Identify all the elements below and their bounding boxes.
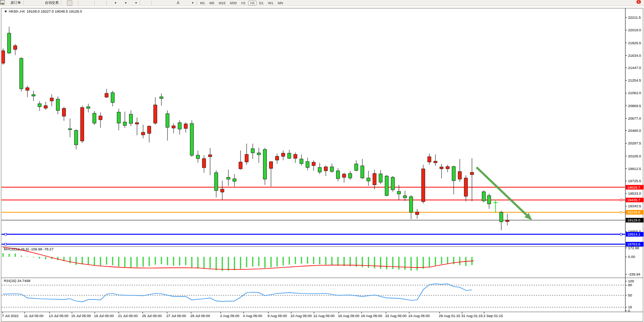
candle-body: [50, 98, 54, 101]
time-tick-label: 11 Jul 05:00: [24, 314, 43, 318]
candle-body: [324, 167, 328, 171]
chart-window-title: HK50-,H4 19108.0 19227.0 19048.5 19129.0: [5, 9, 82, 13]
price-tick-label: 21254.5: [628, 78, 641, 82]
price-tick-label: 20105.0: [628, 154, 641, 158]
candle-body: [251, 149, 255, 153]
rsi-tick-label: 80: [628, 283, 632, 287]
candle-body: [294, 154, 297, 158]
price-tick-label: 21062.0: [628, 91, 641, 95]
line-handle[interactable]: [620, 233, 622, 235]
candle-body: [403, 195, 407, 198]
macd-label: MACD(12,26,9) -159.98 -78.27: [4, 247, 53, 251]
candle-body: [160, 97, 163, 98]
line-handle[interactable]: [620, 199, 622, 201]
candle-body: [75, 130, 78, 145]
candle-body: [209, 155, 212, 157]
candle-body: [2, 51, 5, 63]
candle-body: [8, 33, 11, 53]
line-handle[interactable]: [5, 233, 7, 235]
candle-body: [69, 129, 72, 130]
time-tick-label: 29 Jul 05:00: [190, 314, 210, 318]
candle-body: [263, 149, 267, 179]
price-tag-label: 19248.8: [627, 210, 640, 214]
candle-body: [464, 178, 468, 196]
price-tick-label: 20869.5: [628, 104, 641, 108]
time-tick-label: 18 Aug 05:00: [361, 314, 382, 318]
candle-body: [129, 114, 133, 123]
rsi-tick-label: 0: [628, 309, 630, 313]
candle-body: [166, 114, 169, 127]
line-handle[interactable]: [620, 211, 622, 213]
candle-body: [506, 220, 509, 222]
chart-canvas[interactable]: 22211.522019.021826.521634.021447.021254…: [0, 0, 644, 322]
time-tick-label: 31 Aug 01:15: [461, 314, 483, 318]
window-collapse-icon[interactable]: [5, 11, 7, 13]
candle-body: [105, 93, 108, 97]
candle-body: [154, 105, 157, 123]
price-axis: 22211.522019.021826.521634.021447.021254…: [625, 15, 644, 247]
candle-body: [26, 88, 29, 90]
candle-body: [135, 123, 139, 124]
chart-window-frame: [1, 8, 643, 322]
candle-body: [312, 162, 316, 166]
candle-body: [318, 168, 322, 172]
candle-body: [500, 212, 503, 222]
candle-body: [257, 153, 261, 155]
candle-body: [276, 156, 279, 160]
time-tick-label: 22 Aug 05:00: [385, 314, 406, 318]
candle-body: [227, 177, 230, 179]
trend-arrow[interactable]: [477, 167, 527, 215]
time-tick-label: 15 Jul 05:00: [71, 314, 91, 318]
price-tick-label: 19725.5: [628, 179, 641, 183]
rsi-panel: 1008050150RSI(15) 34.7468: [2, 279, 634, 313]
candle-body: [87, 107, 90, 108]
rsi-label: RSI(15) 34.7468: [4, 279, 30, 283]
candle-body: [111, 93, 115, 103]
mt4-terminal: { "toolbar": { "new_order_label": "新订单",…: [0, 0, 644, 322]
candle-body: [184, 124, 188, 128]
candle-body: [330, 167, 334, 171]
time-tick-label: 10 Aug 05:00: [290, 314, 312, 318]
candle-body: [446, 167, 450, 169]
candle-body: [300, 159, 303, 163]
candle-body: [81, 107, 84, 141]
price-tag-label: 19129.0: [627, 218, 640, 222]
candle-body: [434, 161, 437, 163]
macd-tick-label: 0.00: [628, 255, 635, 259]
time-tick-label: 19 Jul 05:00: [94, 314, 114, 318]
candle-body: [488, 195, 491, 204]
candle-body: [355, 164, 358, 170]
time-tick-label: 27 Jul 05:00: [166, 314, 186, 318]
candle-body: [99, 116, 102, 120]
candle-body: [397, 191, 401, 194]
candle-body: [196, 155, 200, 159]
candle-body: [172, 126, 175, 128]
candle-body: [385, 176, 389, 195]
candle-body: [373, 173, 376, 185]
candle-body: [416, 212, 419, 215]
candle-body: [349, 173, 352, 178]
candle-body: [410, 197, 413, 212]
candle-body: [269, 162, 273, 168]
line-handle[interactable]: [5, 243, 7, 245]
candle-body: [142, 132, 145, 135]
price-tick-label: 20297.5: [628, 141, 641, 145]
candle-body: [202, 159, 206, 168]
candle-body: [190, 123, 194, 155]
candle-body: [38, 104, 41, 107]
price-lines[interactable]: [2, 187, 625, 245]
candle-body: [458, 171, 462, 179]
candle-body: [20, 58, 23, 89]
macd-panel: 172.680.00-339.94MACD(12,26,9) -159.98 -…: [3, 246, 640, 276]
candle-body: [233, 179, 236, 181]
time-tick-label: 29 Aug 01:15: [439, 314, 460, 318]
candle-body: [14, 46, 17, 50]
time-tick-label: 7 Jul 2022: [2, 314, 19, 318]
rsi-line: [3, 284, 472, 302]
price-tick-label: 20677.0: [628, 116, 641, 120]
candle-body: [32, 95, 35, 96]
time-tick-label: 12 Aug 05:00: [313, 314, 335, 318]
time-tick-label: 21 Jul 05:00: [118, 314, 138, 318]
time-tick-label: 24 Aug 05:00: [408, 314, 430, 318]
candle-body: [379, 174, 383, 182]
